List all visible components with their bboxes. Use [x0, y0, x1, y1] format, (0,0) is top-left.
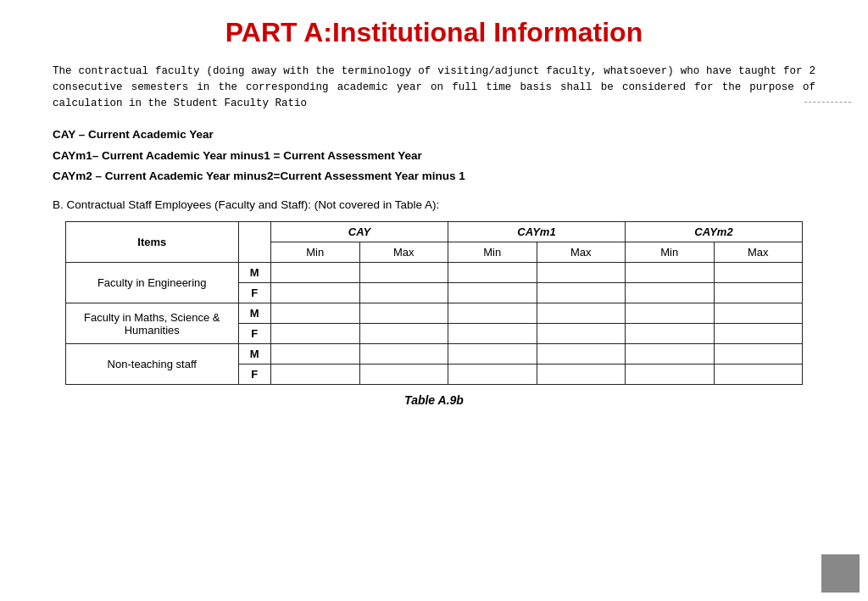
cell-maths-f-caym1-min	[448, 324, 537, 344]
sub-header-caym1-min: Min	[448, 242, 537, 263]
cell-non-f-cay-max	[359, 364, 448, 385]
col-header-cay: CAY	[271, 222, 448, 242]
cell-eng-f-cay-max	[359, 283, 448, 303]
gray-box-decoration	[821, 554, 860, 593]
section-label: B. Contractual Staff Employees (Faculty …	[53, 198, 815, 211]
cell-non-m-caym1-min	[448, 344, 537, 364]
table-row: Faculty in Engineering M	[66, 263, 803, 283]
cell-non-f-caym1-max	[537, 364, 626, 385]
legend-line1: CAY – Current Academic Year	[53, 125, 815, 145]
table-row: Faculty in Maths, Science & Humanities M	[66, 303, 803, 324]
legend-block: CAY – Current Academic Year CAYm1– Curre…	[53, 125, 815, 186]
legend-line3: CAYm2 – Current Academic Year minus2=Cur…	[53, 166, 815, 186]
sub-header-cay-min: Min	[271, 242, 360, 263]
cell-eng-f-caym2-min	[626, 283, 715, 303]
cell-eng-f-caym1-max	[537, 283, 626, 303]
cell-maths-f-caym1-max	[537, 324, 626, 344]
row-label-engineering: Faculty in Engineering	[66, 263, 239, 303]
cell-eng-m-caym1-max	[537, 263, 626, 283]
cell-maths-f-caym2-max	[714, 324, 803, 344]
sub-header-caym1-max: Max	[537, 242, 626, 263]
cell-maths-m-caym1-min	[448, 303, 537, 324]
col-header-mf	[238, 222, 271, 263]
cell-eng-f-cay-min	[271, 283, 360, 303]
mf-maths-f: F	[238, 324, 271, 344]
table-row: Non-teaching staff M	[66, 344, 803, 364]
sub-header-cay-max: Max	[359, 242, 448, 263]
cell-maths-m-caym2-min	[626, 303, 715, 324]
mf-maths-m: M	[238, 303, 271, 324]
data-table: Items CAY CAYm1 CAYm2 Min Max Min Max Mi…	[65, 221, 803, 385]
cell-non-f-caym1-min	[448, 364, 537, 385]
cell-non-m-cay-min	[271, 344, 360, 364]
row-label-maths: Faculty in Maths, Science & Humanities	[66, 303, 239, 344]
mf-engineering-f: F	[238, 283, 271, 303]
cell-maths-m-cay-max	[359, 303, 448, 324]
cell-maths-f-caym2-min	[626, 324, 715, 344]
cell-non-m-caym2-min	[626, 344, 715, 364]
legend-line2: CAYm1– Current Academic Year minus1 = Cu…	[53, 146, 815, 166]
cell-eng-m-caym2-max	[714, 263, 803, 283]
cell-maths-f-cay-min	[271, 324, 360, 344]
cell-non-m-caym1-max	[537, 344, 626, 364]
cell-non-f-caym2-max	[714, 364, 803, 385]
cell-eng-f-caym1-min	[448, 283, 537, 303]
cell-non-m-caym2-max	[714, 344, 803, 364]
description-text: The contractual faculty (doing away with…	[53, 64, 815, 111]
col-header-caym2: CAYm2	[626, 222, 803, 242]
mf-nonteaching-f: F	[238, 364, 271, 385]
cell-eng-f-caym2-max	[714, 283, 803, 303]
mf-nonteaching-m: M	[238, 344, 271, 364]
cell-maths-m-cay-min	[271, 303, 360, 324]
cell-maths-m-caym2-max	[714, 303, 803, 324]
col-header-items: Items	[66, 222, 239, 263]
dotted-line-decoration	[804, 102, 851, 103]
page-title: PART A:Institutional Information	[53, 17, 815, 48]
sub-header-caym2-max: Max	[714, 242, 803, 263]
sub-header-caym2-min: Min	[626, 242, 715, 263]
cell-eng-m-caym1-min	[448, 263, 537, 283]
col-header-caym1: CAYm1	[448, 222, 626, 242]
mf-engineering-m: M	[238, 263, 271, 283]
table-caption: Table A.9b	[53, 393, 815, 407]
cell-non-f-cay-min	[271, 364, 360, 385]
cell-maths-m-caym1-max	[537, 303, 626, 324]
cell-maths-f-cay-max	[359, 324, 448, 344]
cell-non-f-caym2-min	[626, 364, 715, 385]
cell-eng-m-cay-min	[271, 263, 360, 283]
cell-eng-m-cay-max	[359, 263, 448, 283]
cell-non-m-cay-max	[359, 344, 448, 364]
row-label-nonteaching: Non-teaching staff	[66, 344, 239, 385]
cell-eng-m-caym2-min	[626, 263, 715, 283]
